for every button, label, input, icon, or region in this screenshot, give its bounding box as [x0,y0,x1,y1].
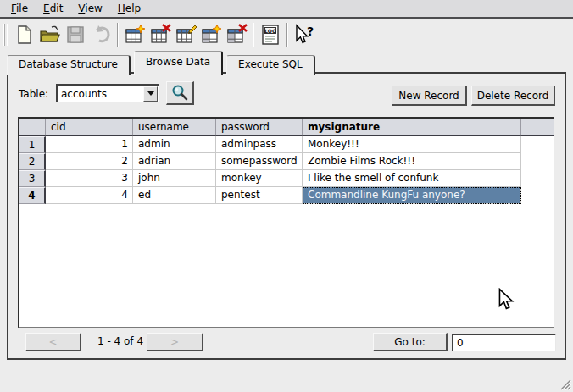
cell-mysignature[interactable]: Monkey!!! [303,136,521,153]
floppy-disk-icon [65,25,86,45]
table-row[interactable]: 3 3 john monkey I like the smell of conf… [19,170,554,187]
delete-record-button[interactable]: Delete Record [471,86,555,106]
undo-arrow-icon [90,24,112,46]
column-header-mysignature[interactable]: mysignature [303,119,521,136]
goto-button[interactable]: Go to: [373,333,448,351]
cell-cid[interactable]: 3 [46,170,133,187]
column-header-filler [521,119,554,136]
menu-edit[interactable]: Edit [36,1,70,16]
table-row[interactable]: 1 1 admin adminpass Monkey!!! [19,136,554,153]
search-button[interactable] [166,81,194,105]
record-range-label: 1 - 4 of 4 [90,335,151,347]
table-label: Table: [19,88,48,100]
new-database-button[interactable] [12,22,37,47]
cell-cid[interactable]: 4 [46,187,133,204]
menu-edit-label: dit [50,3,64,14]
toolbar-separator [286,23,288,47]
cell-username[interactable]: admin [133,136,216,153]
column-header-password[interactable]: password [216,119,303,136]
cell-username[interactable]: ed [133,187,216,204]
cell-cid[interactable]: 2 [46,153,133,170]
log-icon: LOG [260,24,281,46]
next-page-button[interactable]: > [147,333,203,351]
cell-username[interactable]: john [133,170,216,187]
toolbar-separator [253,23,254,47]
menu-help[interactable]: Help [110,1,148,16]
cell-mysignature[interactable]: I like the smell of confunk [303,170,521,187]
index-x-icon [225,24,248,46]
menu-bar: File Edit View Help [0,0,573,19]
menu-view-label: iew [85,3,103,14]
sqlite-database-browser-window: File Edit View Help [0,0,573,392]
table-star-icon [124,24,146,46]
column-header-cid[interactable]: cid [46,119,133,136]
table-select-value: accounts [58,88,143,100]
cell-password[interactable]: somepassword [216,153,303,170]
menu-edit-mnemonic: E [43,3,50,14]
menu-file[interactable]: File [3,1,36,16]
previous-page-button[interactable]: < [25,333,81,351]
tab-bar: Database Structure Browse Data Execute S… [7,51,315,75]
svg-text:?: ? [307,25,314,38]
toolbar-drag-handle[interactable] [3,24,8,46]
cell-mysignature-selected[interactable]: Commandline KungFu anyone? [303,187,521,204]
arrow-question-icon: ? [292,24,316,46]
menu-help-label: elp [125,3,141,14]
column-header-username[interactable]: username [133,119,216,136]
table-select[interactable]: accounts [56,84,159,102]
index-star-icon [200,24,222,46]
tab-database-structure[interactable]: Database Structure [7,55,131,75]
open-database-button[interactable] [37,22,63,47]
browse-data-panel: Table: accounts New Record Delete Record… [7,72,566,360]
grid-header-row: cid username password mysignature [19,119,554,136]
show-log-button[interactable]: LOG [258,22,283,47]
tab-execute-sql[interactable]: Execute SQL [226,55,315,75]
menu-file-label: ile [16,3,28,14]
log-icon-text: LOG [264,28,276,34]
chevron-down-icon[interactable] [143,86,158,102]
create-table-button[interactable] [122,22,147,47]
cell-password[interactable]: adminpass [216,136,303,153]
data-grid: cid username password mysignature 1 1 ad… [18,117,554,328]
grid-corner-header[interactable] [19,119,46,136]
new-record-button[interactable]: New Record [392,86,467,106]
row-header[interactable]: 4 [19,187,46,204]
goto-record-input[interactable] [452,334,556,351]
new-file-icon [14,25,35,45]
table-pencil-icon [175,24,197,46]
table-row[interactable]: 2 2 adrian somepassword Zombie Films Roc… [19,153,554,170]
row-header[interactable]: 3 [19,170,46,187]
delete-table-button[interactable] [147,22,173,47]
modify-table-button[interactable] [173,22,198,47]
row-header[interactable]: 2 [19,153,46,170]
revert-changes-button[interactable] [88,22,114,47]
row-header[interactable]: 1 [19,136,46,153]
table-row-selected[interactable]: 4 4 ed pentest Commandline KungFu anyone… [19,187,554,204]
whats-this-button[interactable]: ? [292,22,317,47]
delete-index-button[interactable] [224,22,249,47]
tab-browse-data[interactable]: Browse Data [134,51,223,75]
toolbar-separator [117,23,119,47]
cell-mysignature[interactable]: Zombie Films Rock!!! [303,153,521,170]
cell-password[interactable]: monkey [216,170,303,187]
cell-cid[interactable]: 1 [46,136,133,153]
cell-username[interactable]: adrian [133,153,216,170]
status-bar [0,362,573,392]
toolbar: LOG ? [0,20,573,49]
menu-view[interactable]: View [70,1,109,16]
magnifier-icon [170,84,189,102]
menu-help-mnemonic: H [118,3,125,14]
create-index-button[interactable] [198,22,224,47]
open-folder-icon [39,24,61,46]
table-x-icon [149,24,171,46]
save-database-button[interactable] [63,22,88,47]
cell-password[interactable]: pentest [216,187,303,204]
resize-grip-icon[interactable] [559,378,571,390]
